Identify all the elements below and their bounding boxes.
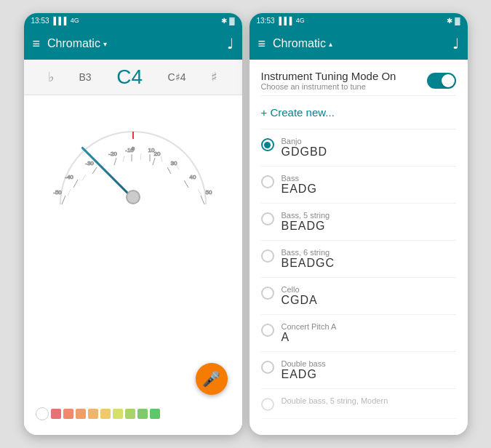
mic-icon: 🎤: [202, 370, 220, 388]
tuner-main: -50 -40 -30 -20 -10 0: [24, 95, 242, 435]
color-circle-empty: [36, 407, 49, 420]
color-block-2: [63, 409, 73, 419]
scale-bar: ♭ B3 C4 C♯4 ♯: [24, 60, 242, 95]
svg-line-0: [62, 196, 65, 204]
svg-line-14: [153, 158, 155, 165]
mic-button[interactable]: 🎤: [196, 363, 228, 395]
left-phone: 13:53 ▌▌▌ 4G ✱ ▓ ≡ Chromatic ▾ ♩ ♭ B3 C4…: [24, 13, 242, 435]
instrument-list: Instrument Tuning Mode On Choose an inst…: [250, 60, 468, 420]
svg-line-30: [198, 189, 201, 196]
note-c4-active: C4: [116, 65, 143, 89]
color-block-8: [137, 409, 148, 419]
signal-right: ▌▌▌: [279, 17, 295, 25]
menu-icon-right[interactable]: ≡: [258, 36, 266, 52]
instr-name-bass: Bass: [282, 174, 317, 183]
svg-text:-40: -40: [65, 174, 73, 180]
list-item[interactable]: Bass, 5 string BEADG: [261, 204, 456, 241]
radio-bass5[interactable]: [261, 212, 274, 225]
svg-line-27: [161, 156, 162, 162]
svg-text:-20: -20: [108, 151, 117, 157]
radio-doublebass[interactable]: [261, 361, 274, 374]
instr-notes-banjo: GDGBD: [282, 145, 328, 159]
instr-notes-bass: EADG: [282, 183, 317, 196]
svg-text:0: 0: [131, 145, 135, 152]
svg-line-26: [140, 153, 141, 160]
list-item[interactable]: Bass, 6 string BEADGC: [261, 241, 456, 278]
note-csharp4: C♯4: [168, 71, 186, 83]
svg-line-22: [68, 189, 71, 196]
color-block-6: [113, 409, 123, 419]
instr-name-bass6: Bass, 6 string: [282, 248, 335, 257]
svg-line-28: [176, 164, 179, 169]
instrument-mode-title: Instrument Tuning Mode On: [261, 70, 396, 82]
dropdown-arrow-left[interactable]: ▾: [103, 40, 107, 48]
svg-text:30: 30: [170, 160, 177, 167]
note-icon-left[interactable]: ♩: [227, 35, 233, 52]
list-item[interactable]: Concert Pitch A A: [261, 315, 456, 352]
svg-line-18: [184, 180, 188, 188]
time-right: 13:53: [257, 17, 275, 25]
menu-icon-left[interactable]: ≡: [33, 36, 41, 52]
radio-concert[interactable]: [261, 324, 274, 337]
svg-line-16: [167, 167, 171, 174]
svg-line-20: [201, 196, 204, 204]
color-block-7: [125, 409, 135, 419]
list-item[interactable]: Double bass, 5 string, Modern: [261, 389, 456, 419]
instr-name-cello: Cello: [282, 285, 318, 294]
instr-name-concert: Concert Pitch A: [282, 322, 337, 331]
signal-left: ▌▌▌: [54, 17, 69, 25]
svg-text:-50: -50: [53, 189, 62, 196]
list-item[interactable]: Bass EADG: [261, 167, 456, 204]
instrument-mode-row: Instrument Tuning Mode On Choose an inst…: [261, 60, 456, 96]
instr-name-doublebass5: Double bass, 5 string, Modern: [282, 396, 388, 405]
network-left: 4G: [71, 17, 79, 24]
sharp-symbol: ♯: [211, 69, 217, 85]
radio-banjo[interactable]: [261, 138, 274, 151]
app-title-left: Chromatic: [47, 37, 100, 50]
instr-notes-doublebass: EADG: [282, 368, 326, 381]
bluetooth-right: ✱: [447, 17, 452, 25]
dropdown-arrow-right[interactable]: ▴: [329, 40, 332, 48]
radio-cello[interactable]: [261, 287, 274, 300]
status-bar-left: 13:53 ▌▌▌ 4G ✱ ▓: [24, 13, 242, 28]
top-bar-left: ≡ Chromatic ▾ ♩: [24, 28, 242, 60]
title-area-right: Chromatic ▴: [273, 37, 444, 50]
instr-name-bass5: Bass, 5 string: [282, 211, 330, 220]
list-fade: [250, 420, 468, 435]
svg-line-4: [92, 167, 97, 174]
radio-bass[interactable]: [261, 175, 274, 188]
battery-right: ▓: [455, 17, 460, 25]
title-area-left: Chromatic ▾: [47, 37, 219, 50]
svg-line-2: [73, 180, 78, 188]
create-new-button[interactable]: + Create new...: [261, 96, 456, 129]
color-block-9: [150, 409, 160, 419]
svg-line-6: [114, 158, 116, 165]
instrument-mode-toggle[interactable]: [427, 73, 456, 89]
list-item[interactable]: Banjo GDGBD: [261, 129, 456, 167]
top-bar-right: ≡ Chromatic ▴ ♩: [250, 28, 468, 60]
instr-notes-concert: A: [282, 331, 337, 344]
color-bar: [36, 407, 160, 420]
battery-left: ▓: [229, 17, 234, 25]
svg-text:20: 20: [153, 151, 160, 157]
svg-text:-30: -30: [85, 160, 94, 167]
color-block-4: [88, 409, 98, 419]
radio-doublebass5[interactable]: [261, 398, 274, 411]
note-icon-right[interactable]: ♩: [452, 35, 459, 52]
flat-symbol: ♭: [48, 69, 54, 85]
color-block-1: [51, 409, 61, 419]
app-title-right: Chromatic: [273, 37, 326, 50]
network-right: 4G: [296, 17, 305, 24]
svg-line-23: [82, 175, 86, 180]
instr-notes-cello: CGDA: [282, 294, 318, 307]
instr-notes-bass5: BEADG: [282, 220, 330, 233]
list-item[interactable]: Cello CGDA: [261, 278, 456, 315]
right-phone: 13:53 ▌▌▌ 4G ✱ ▓ ≡ Chromatic ▴ ♩ Instrum…: [250, 13, 468, 435]
radio-bass6[interactable]: [261, 249, 274, 263]
list-item[interactable]: Double bass EADG: [261, 352, 456, 389]
instr-name-banjo: Banjo: [282, 137, 328, 145]
time-left: 13:53: [31, 17, 49, 25]
instr-notes-bass6: BEADGC: [282, 257, 335, 270]
color-block-3: [76, 409, 86, 419]
toggle-knob: [442, 74, 455, 87]
